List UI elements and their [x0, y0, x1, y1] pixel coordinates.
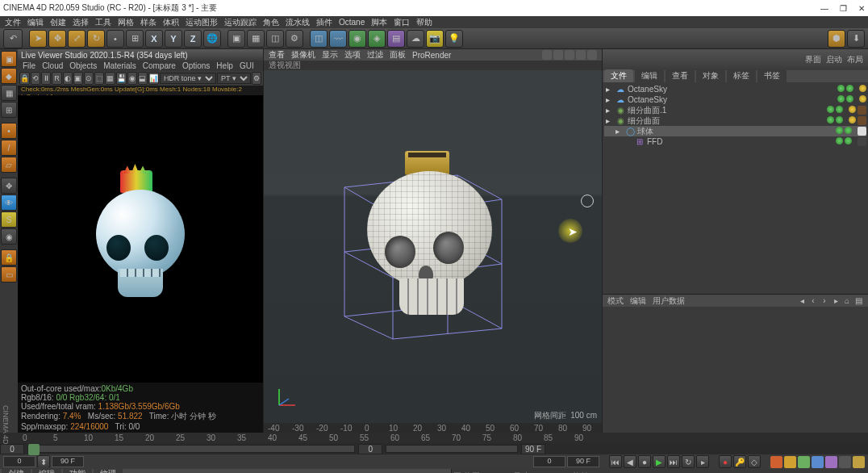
- lv-pause-icon[interactable]: ⏸: [41, 72, 51, 85]
- model-mode-button[interactable]: ▣: [1, 51, 17, 67]
- lv-menu-Objects[interactable]: Objects: [69, 61, 97, 70]
- tree-row-FFD[interactable]: ⊞FFD: [604, 136, 866, 147]
- lv-menu-Options[interactable]: Options: [182, 61, 210, 70]
- keyframe-sel-button[interactable]: ◇: [748, 455, 761, 468]
- expand-icon[interactable]: ▸: [606, 106, 613, 115]
- object-tag[interactable]: [859, 85, 866, 92]
- lv-refresh-icon[interactable]: ⟲: [31, 72, 40, 85]
- object-label[interactable]: FFD: [647, 137, 833, 146]
- render-pv-button[interactable]: ◫: [266, 30, 284, 48]
- poly-mode-button[interactable]: ▱: [1, 157, 17, 173]
- z-axis-toggle[interactable]: Z: [184, 30, 202, 48]
- octane-settings-icon[interactable]: ⬢: [828, 30, 845, 48]
- frame-current-input[interactable]: 0: [358, 444, 382, 454]
- object-label[interactable]: OctaneSky: [628, 85, 835, 94]
- move-tool[interactable]: ✥: [48, 30, 66, 48]
- live-select-tool[interactable]: ➤: [29, 30, 47, 48]
- minimize-button[interactable]: —: [820, 4, 828, 13]
- attr-tab-用户数据[interactable]: 用户数据: [653, 295, 685, 307]
- attr-nav-menu[interactable]: ▤: [853, 296, 863, 305]
- menu-编辑[interactable]: 编辑: [27, 17, 44, 28]
- lv-focus-icon[interactable]: ⊙: [84, 72, 94, 85]
- frame-field-c[interactable]: 0: [533, 456, 565, 467]
- planar-workplane-button[interactable]: ▭: [1, 266, 17, 283]
- attr-tab-模式[interactable]: 模式: [607, 295, 624, 307]
- timeline-range-track[interactable]: [386, 445, 518, 453]
- object-label[interactable]: 细分曲面.1: [628, 105, 824, 116]
- lv-channel-icon[interactable]: ▦: [105, 72, 115, 85]
- cube-primitive-button[interactable]: ◫: [310, 30, 328, 48]
- workplane-button[interactable]: ⊞: [1, 102, 17, 118]
- menu-运动跟踪[interactable]: 运动跟踪: [224, 17, 257, 28]
- vis-render-toggle[interactable]: [836, 106, 843, 113]
- record-button[interactable]: ●: [719, 455, 732, 468]
- tree-row-OctaneSky[interactable]: ▸☁OctaneSky: [604, 94, 866, 105]
- play-btn-0[interactable]: ⏮: [609, 455, 622, 468]
- kernel-select[interactable]: PT ▾: [217, 73, 251, 84]
- hdr-mode-select[interactable]: HDR tone ▾: [160, 73, 216, 84]
- object-tree[interactable]: ▸☁OctaneSky ▸☁OctaneSky ▸◉细分曲面.1 ▸◉细分曲面 …: [603, 82, 868, 294]
- object-tag[interactable]: [849, 106, 856, 113]
- frame-start-input[interactable]: 0: [0, 444, 24, 454]
- x-axis-toggle[interactable]: X: [145, 30, 163, 48]
- timeline-track[interactable]: [27, 445, 355, 453]
- menu-体积[interactable]: 体积: [163, 17, 179, 28]
- vis-render-toggle[interactable]: [845, 137, 852, 144]
- step-field-icon[interactable]: ⬍: [37, 455, 50, 468]
- obj-tab-书签[interactable]: 书签: [757, 69, 787, 82]
- snap-button[interactable]: S: [1, 211, 17, 228]
- scale-tool[interactable]: ⤢: [68, 30, 86, 48]
- menu-Octane[interactable]: Octane: [339, 18, 365, 27]
- vp-menu-过滤[interactable]: 过滤: [367, 49, 383, 61]
- y-axis-toggle[interactable]: Y: [165, 30, 182, 48]
- key-opts2-toggle[interactable]: [853, 456, 865, 468]
- menu-插件[interactable]: 插件: [316, 17, 332, 28]
- play-btn-4[interactable]: ⏭: [667, 455, 680, 468]
- obj-tab-对象[interactable]: 对象: [696, 69, 725, 82]
- attr-tab-编辑[interactable]: 编辑: [630, 295, 646, 307]
- nav-circle-icon[interactable]: [581, 195, 594, 207]
- autokey-button[interactable]: 🔑: [733, 455, 746, 468]
- frame-field-d[interactable]: 90 F: [567, 456, 599, 467]
- tree-row-OctaneSky[interactable]: ▸☁OctaneSky: [604, 84, 866, 94]
- object-tag[interactable]: [859, 95, 866, 103]
- vp-max-icon[interactable]: [587, 50, 597, 60]
- lv-compare-icon[interactable]: ⬓: [138, 72, 148, 85]
- vis-render-toggle[interactable]: [846, 85, 853, 92]
- tree-row-球体[interactable]: ▸◯球体: [604, 126, 866, 136]
- pos-key-toggle[interactable]: [770, 456, 782, 468]
- expand-icon[interactable]: ▸: [616, 127, 623, 136]
- rh-布局[interactable]: 布局: [847, 54, 863, 65]
- menu-运动图形[interactable]: 运动图形: [186, 17, 218, 28]
- frame-end-input[interactable]: 90 F: [521, 444, 545, 454]
- close-button[interactable]: ✕: [858, 4, 865, 13]
- vp-menu-ProRender[interactable]: ProRender: [412, 51, 451, 60]
- rh-界面[interactable]: 界面: [805, 54, 821, 65]
- object-tag2[interactable]: [858, 116, 866, 125]
- lv-menu-GUI[interactable]: GUI: [240, 61, 254, 70]
- lv-histogram-icon[interactable]: 📊: [148, 72, 159, 85]
- render-region-button[interactable]: ▦: [247, 30, 265, 48]
- object-label[interactable]: OctaneSky: [628, 95, 835, 104]
- vp-menu-面板[interactable]: 面板: [390, 49, 406, 61]
- play-btn-1[interactable]: ◀: [624, 455, 636, 468]
- lv-menu-Materials[interactable]: Materials: [103, 61, 136, 70]
- mat-tab-创建[interactable]: 创建: [2, 467, 31, 473]
- tree-row-细分曲面.1[interactable]: ▸◉细分曲面.1: [604, 105, 866, 115]
- rotate-tool[interactable]: ↻: [87, 30, 105, 48]
- rot-key-toggle[interactable]: [798, 456, 810, 468]
- obj-tab-标签[interactable]: 标签: [727, 69, 756, 82]
- object-label[interactable]: 细分曲面: [628, 115, 824, 127]
- vis-editor-toggle[interactable]: [827, 116, 834, 123]
- lv-clay-icon[interactable]: ◐: [63, 72, 73, 85]
- attr-nav-first[interactable]: ◂: [797, 296, 807, 305]
- param-key-toggle[interactable]: [812, 456, 824, 468]
- expand-icon[interactable]: ▸: [606, 85, 613, 94]
- vp-menu-选项[interactable]: 选项: [344, 49, 361, 61]
- lv-reset-icon[interactable]: R: [52, 72, 61, 85]
- mat-tab-编辑[interactable]: 编辑: [32, 467, 61, 473]
- scale-key-toggle[interactable]: [784, 456, 796, 468]
- menu-文件[interactable]: 文件: [5, 17, 21, 28]
- lv-pick-icon[interactable]: ⬚: [94, 72, 104, 85]
- lv-menu-Compare[interactable]: Compare: [143, 61, 176, 70]
